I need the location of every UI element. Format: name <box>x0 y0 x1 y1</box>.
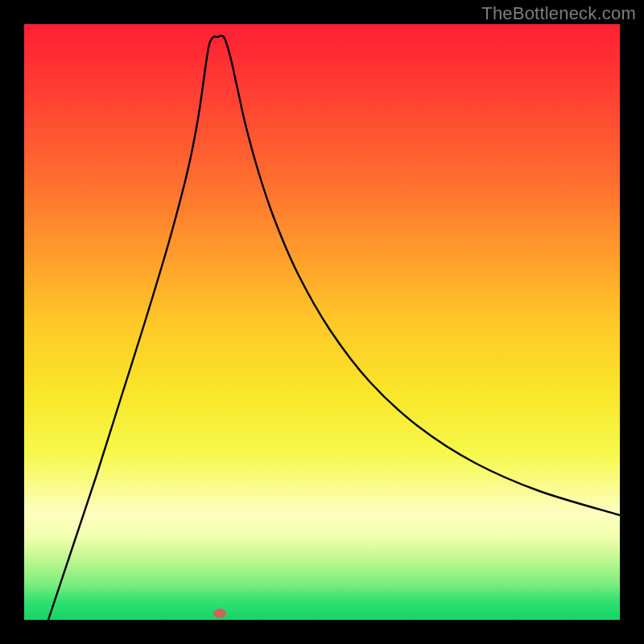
chart-marker-dot <box>213 609 226 618</box>
attribution-text: TheBottleneck.com <box>481 3 636 24</box>
chart-curve-svg <box>24 24 620 620</box>
chart-curve <box>48 35 620 620</box>
chart-plot-area <box>24 24 620 620</box>
chart-frame: TheBottleneck.com <box>0 0 644 644</box>
